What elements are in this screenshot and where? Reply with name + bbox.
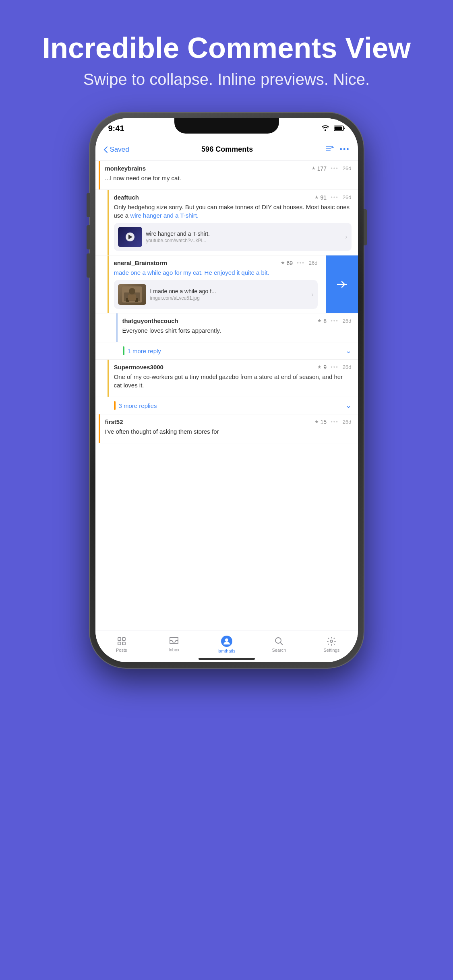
comment-time: 26d bbox=[343, 165, 352, 171]
tab-inbox[interactable]: Inbox bbox=[148, 637, 200, 652]
comment-username: Supermoves3000 bbox=[114, 364, 163, 371]
comment-text: I've often thought of asking them stores… bbox=[105, 427, 352, 436]
more-replies-text: 3 more replies bbox=[119, 402, 157, 409]
comment-vote: 9 bbox=[317, 364, 327, 371]
subheadline: Swipe to collapse. Inline previews. Nice… bbox=[24, 70, 429, 89]
status-icons bbox=[321, 124, 345, 133]
tab-inbox-label: Inbox bbox=[169, 647, 180, 652]
comment-row: deaftuch 91 ••• 26d On bbox=[95, 190, 358, 255]
comments-content: monkeybrains 177 ••• 26d bbox=[95, 161, 358, 630]
svg-rect-14 bbox=[122, 638, 125, 640]
link-url: imgur.com/aLvcu51.jpg bbox=[150, 295, 308, 301]
comment-username: monkeybrains bbox=[105, 165, 146, 172]
tab-settings-label: Settings bbox=[323, 648, 339, 653]
comment-text: Only hedgehog size sorry. But you can ma… bbox=[114, 203, 352, 220]
tab-profile[interactable]: iamthatis bbox=[200, 636, 252, 653]
comment-username: first52 bbox=[105, 418, 123, 425]
link-thumbnail bbox=[118, 227, 142, 247]
chevron-right-icon: › bbox=[311, 291, 313, 298]
link-info: wire hanger and a T-shirt. youtube.com/w… bbox=[146, 231, 341, 243]
phone-outer: 9:41 bbox=[90, 113, 364, 668]
tab-profile-label: iamthatis bbox=[218, 649, 236, 653]
tab-settings[interactable]: Settings bbox=[305, 636, 358, 653]
svg-rect-13 bbox=[118, 642, 121, 645]
image-preview[interactable]: I made one a while ago f... imgur.com/aL… bbox=[114, 280, 318, 309]
more-replies-row[interactable]: 3 more replies ⌄ bbox=[95, 397, 358, 414]
battery-icon bbox=[334, 126, 345, 131]
comment-time: 26d bbox=[343, 364, 352, 370]
svg-point-17 bbox=[225, 638, 228, 642]
search-icon bbox=[274, 636, 284, 646]
tab-posts[interactable]: Posts bbox=[95, 636, 148, 653]
comment-row: first52 15 ••• 26d I'v bbox=[95, 414, 358, 443]
link-preview[interactable]: wire hanger and a T-shirt. youtube.com/w… bbox=[114, 223, 352, 251]
back-label: Saved bbox=[110, 146, 129, 154]
posts-icon bbox=[117, 636, 126, 646]
settings-icon bbox=[327, 636, 336, 646]
back-button[interactable]: Saved bbox=[103, 146, 129, 154]
comment-row: eneral_Brainstorm 69 ••• 26d bbox=[95, 255, 358, 313]
swipe-collapse-action[interactable] bbox=[326, 255, 358, 313]
comment-text: made one a while ago for my cat. He enjo… bbox=[114, 268, 318, 277]
more-replies-row[interactable]: 1 more reply ⌄ bbox=[95, 342, 358, 360]
comment-time: 26d bbox=[343, 419, 352, 425]
chevron-right-icon: › bbox=[345, 233, 347, 241]
comment-time: 26d bbox=[309, 260, 318, 266]
phone-mockup: 9:41 bbox=[0, 113, 453, 668]
link-title: wire hanger and a T-shirt. bbox=[146, 231, 341, 237]
tab-bar: Posts Inbox bbox=[95, 630, 358, 662]
comment-username: deaftuch bbox=[114, 194, 139, 201]
comment-text: One of my co-workers got a tiny model ga… bbox=[114, 373, 352, 389]
nav-title: 596 Comments bbox=[201, 145, 253, 154]
more-replies-text: 1 more reply bbox=[128, 348, 161, 354]
comment-time: 26d bbox=[343, 318, 352, 324]
status-time: 9:41 bbox=[108, 124, 124, 133]
more-icon[interactable]: ••• bbox=[340, 145, 350, 154]
notch bbox=[174, 118, 279, 134]
svg-point-7 bbox=[129, 288, 135, 294]
profile-avatar bbox=[221, 636, 232, 647]
comment-row: Supermoves3000 9 ••• 26d bbox=[95, 360, 358, 397]
comment-dots[interactable]: ••• bbox=[331, 165, 339, 171]
phone-screen: 9:41 bbox=[95, 118, 358, 662]
comment-row: monkeybrains 177 ••• 26d bbox=[95, 161, 358, 190]
comment-time: 26d bbox=[343, 194, 352, 200]
tab-search-label: Search bbox=[272, 648, 286, 653]
comment-text: ...I now need one for my cat. bbox=[105, 174, 352, 182]
nav-icons: ••• bbox=[325, 145, 350, 154]
inbox-icon bbox=[169, 637, 179, 646]
comment-vote: 69 bbox=[281, 260, 293, 266]
sort-icon[interactable] bbox=[325, 145, 334, 154]
tab-search[interactable]: Search bbox=[253, 636, 305, 653]
image-thumbnail bbox=[118, 284, 146, 305]
nav-bar: Saved 596 Comments ••• bbox=[95, 138, 358, 161]
comment-vote: 91 bbox=[314, 194, 327, 201]
comment-username: eneral_Brainstorm bbox=[114, 259, 168, 266]
link-title: I made one a while ago f... bbox=[150, 288, 308, 294]
svg-rect-15 bbox=[122, 642, 125, 645]
svg-line-19 bbox=[280, 642, 283, 645]
link-url: youtube.com/watch?v=kPl... bbox=[146, 238, 341, 243]
wifi-icon bbox=[321, 124, 330, 133]
svg-rect-1 bbox=[334, 127, 342, 130]
comment-text: Everyone loves shirt forts apparently. bbox=[122, 326, 352, 335]
headline: Incredible Comments View bbox=[24, 32, 429, 64]
page-header: Incredible Comments View Swipe to collap… bbox=[0, 0, 453, 105]
link-info: I made one a while ago f... imgur.com/aL… bbox=[150, 288, 308, 301]
svg-rect-10 bbox=[128, 294, 136, 301]
comment-username: thatguyonthecouch bbox=[122, 317, 178, 324]
chevron-down-icon: ⌄ bbox=[345, 346, 352, 355]
home-indicator bbox=[199, 658, 255, 660]
tab-posts-label: Posts bbox=[116, 648, 127, 653]
comment-vote: 177 bbox=[311, 165, 327, 172]
svg-point-20 bbox=[330, 640, 333, 642]
comment-vote: 15 bbox=[314, 419, 327, 425]
svg-rect-12 bbox=[118, 638, 121, 640]
comment-row: thatguyonthecouch 8 ••• 26d bbox=[95, 313, 358, 342]
comment-vote: 8 bbox=[317, 318, 327, 324]
chevron-down-icon: ⌄ bbox=[345, 401, 352, 410]
